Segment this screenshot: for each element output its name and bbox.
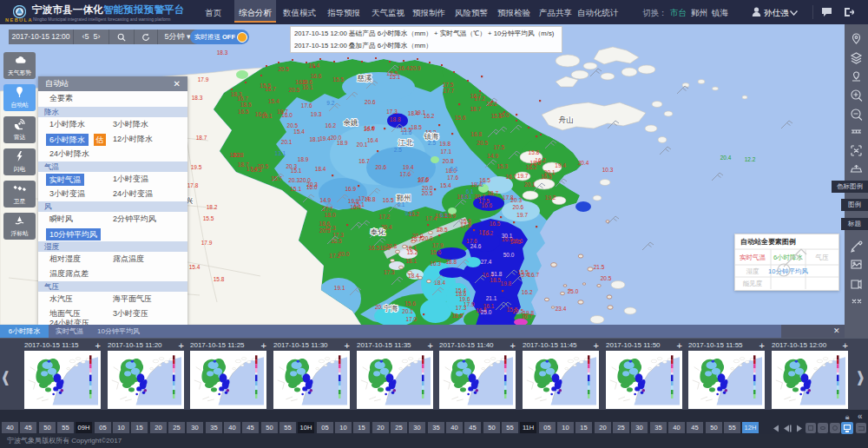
svg-text:21.5: 21.5 xyxy=(594,264,605,270)
svg-text:20.0: 20.0 xyxy=(299,177,311,183)
svg-text:15.4: 15.4 xyxy=(293,128,305,135)
svg-text:18.5: 18.5 xyxy=(452,313,464,319)
svg-text:19.3: 19.3 xyxy=(311,111,322,117)
svg-text:慈溪: 慈溪 xyxy=(357,74,373,82)
svg-text:2.5: 2.5 xyxy=(394,147,402,153)
svg-text:20.6: 20.6 xyxy=(375,164,386,170)
svg-text:18.5: 18.5 xyxy=(411,124,422,130)
svg-text:20.5: 20.5 xyxy=(422,190,433,196)
svg-text:17.6: 17.6 xyxy=(301,102,312,109)
svg-text:江北: 江北 xyxy=(398,138,414,147)
svg-text:17.3: 17.3 xyxy=(386,109,398,115)
svg-text:19.1: 19.1 xyxy=(261,113,273,119)
svg-text:16.4: 16.4 xyxy=(367,137,378,143)
svg-text:27.4: 27.4 xyxy=(481,259,492,265)
svg-text:19.7: 19.7 xyxy=(517,173,529,179)
svg-text:15.1: 15.1 xyxy=(291,168,302,174)
svg-text:宁海: 宁海 xyxy=(384,304,399,313)
svg-text:20.5: 20.5 xyxy=(278,66,289,72)
svg-text:19.8: 19.8 xyxy=(439,141,450,147)
svg-text:23.4: 23.4 xyxy=(556,306,567,312)
svg-text:17.5: 17.5 xyxy=(418,176,430,182)
svg-text:13.1: 13.1 xyxy=(461,194,472,200)
svg-text:气压: 气压 xyxy=(815,254,830,261)
svg-text:18.8: 18.8 xyxy=(445,259,457,265)
svg-text:17.1: 17.1 xyxy=(440,148,451,155)
svg-text:18.9: 18.9 xyxy=(298,156,309,162)
svg-text:16.7: 16.7 xyxy=(470,93,482,99)
svg-text:20.3: 20.3 xyxy=(288,177,299,183)
svg-text:15.3: 15.3 xyxy=(496,163,508,169)
svg-text:18.0: 18.0 xyxy=(325,212,336,218)
svg-text:17.9: 17.9 xyxy=(432,242,444,248)
svg-text:15.2: 15.2 xyxy=(407,249,418,255)
svg-text:15.1: 15.1 xyxy=(353,201,365,208)
svg-text:20.5: 20.5 xyxy=(477,140,488,146)
svg-text:18.3: 18.3 xyxy=(192,95,203,101)
svg-text:17.6: 17.6 xyxy=(400,171,411,177)
svg-text:20.1: 20.1 xyxy=(524,181,536,188)
svg-text:15.0: 15.0 xyxy=(498,112,510,118)
svg-text:实时气温: 实时气温 xyxy=(740,254,766,261)
svg-text:17.0: 17.0 xyxy=(406,316,418,322)
svg-text:16.7: 16.7 xyxy=(237,96,248,102)
svg-text:15.5: 15.5 xyxy=(332,76,344,82)
svg-text:17.9: 17.9 xyxy=(464,301,475,307)
svg-text:6.1: 6.1 xyxy=(440,212,448,218)
svg-text:19.8: 19.8 xyxy=(501,280,512,287)
svg-text:16.4: 16.4 xyxy=(398,65,410,71)
svg-text:7.3: 7.3 xyxy=(476,181,483,188)
svg-text:16.5: 16.5 xyxy=(383,197,394,203)
svg-text:16.8: 16.8 xyxy=(470,131,482,137)
svg-text:20.1: 20.1 xyxy=(544,169,556,175)
svg-text:20.8: 20.8 xyxy=(386,243,398,249)
svg-text:18.5: 18.5 xyxy=(490,277,501,283)
svg-text:14.9: 14.9 xyxy=(320,197,332,203)
svg-text:17.5: 17.5 xyxy=(493,144,504,150)
svg-text:15.1: 15.1 xyxy=(290,186,301,192)
svg-text:17.8: 17.8 xyxy=(187,182,199,188)
svg-text:15.4: 15.4 xyxy=(440,182,451,188)
svg-text:16.2: 16.2 xyxy=(482,230,493,236)
svg-text:20.4: 20.4 xyxy=(720,155,732,161)
svg-text:17.5: 17.5 xyxy=(510,239,522,245)
svg-text:18.1: 18.1 xyxy=(309,136,320,142)
svg-text:15.8: 15.8 xyxy=(214,276,225,282)
svg-text:20.5: 20.5 xyxy=(287,122,299,128)
svg-text:奉化: 奉化 xyxy=(371,227,386,236)
svg-text:18.1: 18.1 xyxy=(405,258,417,264)
svg-text:25.0: 25.0 xyxy=(481,309,492,315)
svg-text:17.9: 17.9 xyxy=(201,240,213,246)
svg-text:舟山: 舟山 xyxy=(559,115,574,124)
svg-text:鄞州: 鄞州 xyxy=(397,194,411,202)
svg-text:20.6: 20.6 xyxy=(513,204,524,210)
svg-text:19.2: 19.2 xyxy=(545,194,556,201)
svg-text:镇海: 镇海 xyxy=(424,132,440,141)
svg-text:15.4: 15.4 xyxy=(268,98,279,104)
svg-text:20.4: 20.4 xyxy=(578,160,589,166)
svg-text:16.7: 16.7 xyxy=(528,272,539,278)
svg-text:24.6: 24.6 xyxy=(470,243,482,249)
svg-text:20.6: 20.6 xyxy=(365,99,376,105)
svg-text:20.1: 20.1 xyxy=(357,142,368,148)
svg-text:15.6: 15.6 xyxy=(455,115,466,121)
svg-text:13.1: 13.1 xyxy=(275,150,286,156)
svg-text:18.6: 18.6 xyxy=(319,221,331,227)
svg-text:16.7: 16.7 xyxy=(358,158,370,164)
svg-text:16.9: 16.9 xyxy=(345,186,356,192)
svg-text:51.8: 51.8 xyxy=(491,271,503,277)
svg-text:19.7: 19.7 xyxy=(516,212,528,218)
svg-text:16.7: 16.7 xyxy=(522,313,533,320)
svg-text:15.8: 15.8 xyxy=(529,149,540,155)
svg-text:16.2: 16.2 xyxy=(230,152,241,158)
svg-text:16.7: 16.7 xyxy=(506,174,517,180)
svg-text:湿度: 湿度 xyxy=(746,267,760,275)
svg-text:17.6: 17.6 xyxy=(447,175,458,181)
svg-text:17.8: 17.8 xyxy=(503,194,514,201)
svg-text:15.6: 15.6 xyxy=(404,300,416,306)
svg-text:19.4: 19.4 xyxy=(319,135,331,142)
svg-text:17.5: 17.5 xyxy=(443,82,454,88)
svg-text:18.6: 18.6 xyxy=(530,160,542,166)
svg-text:16.6: 16.6 xyxy=(311,73,322,79)
svg-text:15.5: 15.5 xyxy=(507,306,518,313)
